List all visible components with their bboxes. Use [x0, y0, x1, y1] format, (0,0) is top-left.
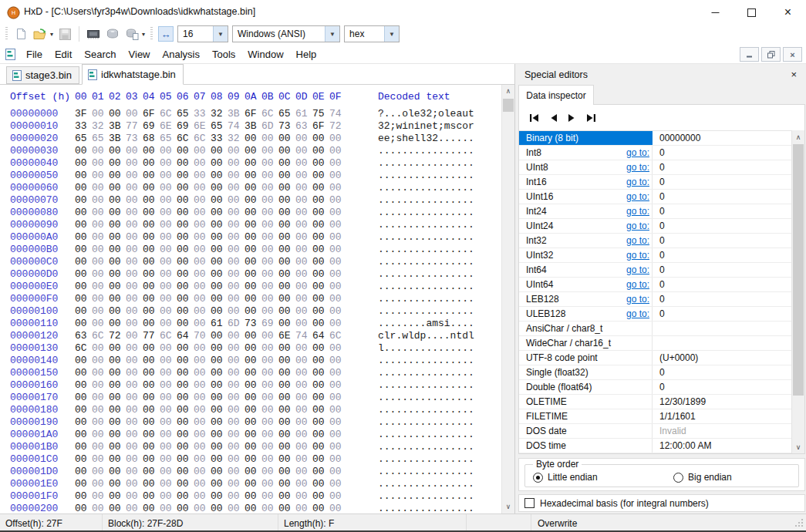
hex-byte[interactable]: 00 [160, 305, 177, 318]
hex-byte[interactable]: 00 [211, 392, 228, 404]
hex-byte[interactable]: 00 [261, 170, 278, 182]
first-byte-button[interactable] [529, 113, 540, 123]
hex-byte[interactable]: 00 [244, 182, 261, 194]
hex-byte[interactable]: 33 [211, 133, 228, 145]
hex-byte[interactable]: 00 [126, 293, 143, 305]
hex-byte[interactable]: 00 [177, 342, 194, 355]
hex-byte[interactable]: 00 [295, 231, 312, 244]
hex-byte[interactable]: 00 [75, 194, 92, 207]
goto-link[interactable]: go to: [620, 263, 649, 277]
hex-byte[interactable]: 00 [160, 170, 177, 182]
decoded-text[interactable]: ................ [378, 392, 474, 404]
hex-byte[interactable]: 00 [194, 194, 211, 207]
hex-byte[interactable]: 00 [75, 367, 92, 379]
decoded-text[interactable]: ................ [378, 231, 474, 244]
hex-byte[interactable]: 00 [329, 429, 346, 441]
hex-byte[interactable]: 00 [177, 194, 194, 207]
save-icon-disabled[interactable] [57, 26, 73, 42]
inspector-row-widechar-char16-t[interactable]: WideChar / char16_t [519, 336, 804, 351]
hex-byte[interactable]: 00 [177, 293, 194, 305]
hex-byte[interactable]: 00 [75, 145, 92, 157]
hex-byte[interactable]: 00 [329, 231, 346, 244]
inspector-value[interactable]: 12:00:00 AM [653, 439, 791, 453]
disk-image-dropdown-arrow[interactable]: ▾ [142, 31, 145, 38]
hex-byte[interactable]: 00 [228, 219, 244, 231]
decoded-text[interactable]: ................ [378, 219, 474, 231]
open-disk-icon[interactable] [105, 26, 120, 42]
hex-byte[interactable]: 6D [228, 318, 244, 330]
hex-byte[interactable]: 00 [244, 342, 261, 355]
hex-byte[interactable]: 00 [194, 404, 211, 416]
hex-byte[interactable]: 00 [160, 268, 177, 281]
decoded-text[interactable]: ................ [378, 404, 474, 416]
hex-byte[interactable]: 00 [312, 207, 329, 219]
hex-byte[interactable]: 00 [194, 367, 211, 379]
hex-byte[interactable]: 00 [143, 293, 160, 305]
hex-byte[interactable]: 00 [109, 231, 126, 244]
goto-link[interactable]: go to: [620, 204, 649, 218]
hex-byte[interactable]: 33 [75, 120, 92, 133]
inspector-row-int64[interactable]: Int64go to:0 [519, 263, 804, 278]
hex-byte[interactable]: 00 [75, 207, 92, 219]
hex-byte[interactable]: 00 [75, 256, 92, 268]
hex-byte[interactable]: 00 [278, 231, 295, 244]
hex-byte[interactable]: 00 [261, 268, 278, 281]
hex-byte[interactable]: 75 [312, 108, 329, 120]
hex-byte[interactable]: 00 [295, 318, 312, 330]
menu-analysis[interactable]: Analysis [157, 46, 206, 62]
hex-byte[interactable]: 00 [109, 256, 126, 268]
hex-byte[interactable]: 00 [211, 194, 228, 207]
hex-byte[interactable]: 00 [278, 293, 295, 305]
hex-byte[interactable]: 00 [75, 170, 92, 182]
hex-byte[interactable]: 00 [211, 490, 228, 503]
hex-byte[interactable]: 00 [92, 157, 109, 170]
hex-byte[interactable]: 00 [126, 404, 143, 416]
inspector-value[interactable]: 00000000 [653, 131, 791, 145]
decoded-text[interactable]: ................ [378, 453, 474, 466]
inspector-row-utf-8-code-point[interactable]: UTF-8 code point(U+0000) [519, 351, 804, 365]
hex-byte[interactable]: 00 [312, 466, 329, 478]
hex-byte[interactable]: 00 [295, 466, 312, 478]
hex-byte[interactable]: 00 [126, 170, 143, 182]
hex-byte[interactable]: 00 [278, 207, 295, 219]
hex-byte[interactable]: 00 [126, 478, 143, 490]
hex-byte[interactable]: 00 [261, 367, 278, 379]
hex-byte[interactable]: 00 [177, 429, 194, 441]
decoded-text[interactable]: ........amsi.... [378, 318, 474, 330]
hex-byte[interactable]: 00 [228, 157, 244, 170]
hex-byte[interactable]: 73 [244, 318, 261, 330]
hex-byte[interactable]: 00 [211, 416, 228, 429]
hex-byte[interactable]: 00 [244, 305, 261, 318]
hex-byte[interactable]: 00 [228, 342, 244, 355]
hex-byte[interactable]: 00 [244, 441, 261, 453]
hex-byte[interactable]: 00 [329, 219, 346, 231]
hex-byte[interactable]: 00 [143, 416, 160, 429]
inspector-value[interactable]: 0 [653, 219, 791, 233]
hex-byte[interactable]: 00 [312, 318, 329, 330]
hex-byte[interactable]: 00 [295, 293, 312, 305]
hex-byte[interactable]: 00 [75, 281, 92, 293]
hex-byte[interactable]: 00 [228, 466, 244, 478]
hex-byte[interactable]: 00 [75, 429, 92, 441]
hex-byte[interactable]: 00 [75, 404, 92, 416]
hex-byte[interactable]: 00 [211, 145, 228, 157]
hex-byte[interactable]: 00 [143, 182, 160, 194]
inspector-value[interactable]: 0 [653, 190, 791, 204]
hex-byte[interactable]: 00 [92, 416, 109, 429]
inspector-scrollbar-thumb[interactable] [793, 144, 804, 396]
hex-byte[interactable]: 00 [75, 379, 92, 392]
menu-search[interactable]: Search [78, 46, 122, 62]
hex-byte[interactable]: 00 [177, 207, 194, 219]
hex-byte[interactable]: 00 [92, 108, 109, 120]
hex-byte[interactable]: 00 [92, 305, 109, 318]
hex-byte[interactable]: 00 [244, 490, 261, 503]
hex-byte[interactable]: 00 [160, 207, 177, 219]
hex-byte[interactable]: 72 [329, 120, 346, 133]
hex-byte[interactable]: 00 [312, 305, 329, 318]
hex-byte[interactable]: 00 [160, 157, 177, 170]
hex-byte[interactable]: 00 [244, 330, 261, 342]
hex-byte[interactable]: 00 [329, 367, 346, 379]
hex-byte[interactable]: 00 [211, 219, 228, 231]
hex-byte[interactable]: 00 [177, 256, 194, 268]
hex-byte[interactable]: 65 [278, 108, 295, 120]
